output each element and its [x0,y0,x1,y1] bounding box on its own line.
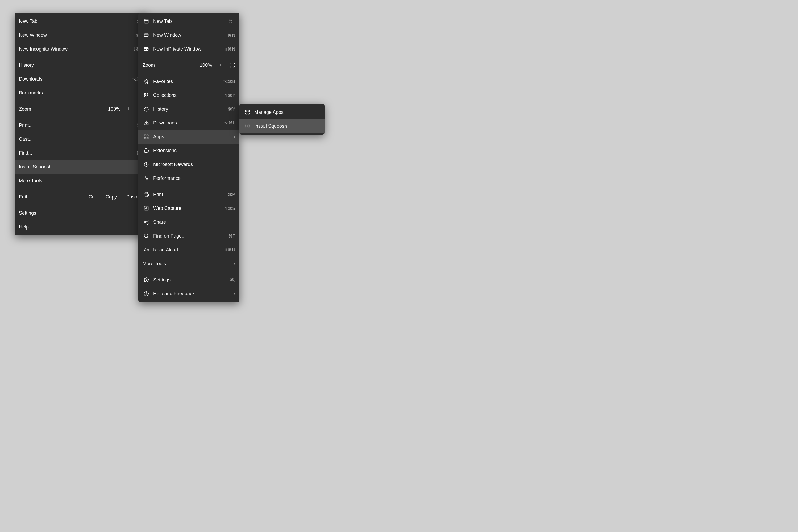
zoom-decrease-button[interactable]: − [96,104,104,114]
performance-icon [142,175,150,181]
svg-rect-10 [145,96,146,97]
edge-settings[interactable]: Settings ⌘, [138,273,240,287]
chrome-copy-button[interactable]: Copy [101,193,121,201]
edge-zoom-row: Zoom − 100% + ⛶ [138,58,240,72]
chrome-print[interactable]: Print... ⌘P [15,118,148,132]
separator-2 [15,101,148,101]
edge-collections[interactable]: Collections ⇧⌘Y [138,88,240,102]
edge-sep-1 [138,57,240,57]
edge-apps[interactable]: Apps › [138,130,240,144]
svg-rect-34 [248,113,249,114]
chrome-zoom-row: Zoom − 100% + ⛶ [15,102,148,116]
new-tab-icon [142,19,150,24]
svg-line-27 [147,237,148,238]
chrome-install-squoosh[interactable]: Install Squoosh... [15,160,148,174]
find-icon [142,233,150,239]
edge-find-on-page[interactable]: Find on Page... ⌘F [138,229,240,243]
edge-help-feedback[interactable]: Help and Feedback › [138,287,240,301]
manage-apps-item[interactable]: Manage Apps [240,105,324,119]
edge-downloads[interactable]: Downloads ⌥⌘L [138,116,240,130]
separator-3 [15,117,148,117]
svg-rect-8 [145,93,146,95]
chrome-help[interactable]: Help › [15,220,148,234]
install-squoosh-label: Install Squoosh [254,124,287,129]
edge-context-menu: New Tab ⌘T New Window ⌘N New InPrivate W… [138,13,240,302]
edge-favorites[interactable]: Favorites ⌥⌘B [138,75,240,88]
apps-submenu: Manage Apps Install Squoosh [240,104,324,135]
edge-zoom-increase-button[interactable]: + [216,61,224,70]
edge-more-tools[interactable]: More Tools › [138,257,240,270]
chrome-cast[interactable]: Cast... [15,132,148,146]
edge-zoom-value: 100% [199,62,212,68]
svg-line-24 [146,222,147,223]
help-icon [142,291,150,296]
chrome-new-tab[interactable]: New Tab ⌘T [15,14,148,28]
chrome-settings[interactable]: Settings ⌘, [15,206,148,220]
collections-icon [142,93,150,98]
print-icon [142,192,150,197]
svg-rect-16 [147,137,148,139]
svg-point-28 [146,279,147,281]
separator-1 [15,57,148,57]
chrome-new-incognito[interactable]: New Incognito Window ⇧⌘N [15,42,148,56]
edge-web-capture[interactable]: Web Capture ⇧⌘S [138,201,240,215]
svg-rect-14 [147,135,148,136]
svg-marker-7 [144,79,149,83]
edge-microsoft-rewards[interactable]: Microsoft Rewards [138,157,240,171]
svg-rect-13 [145,135,146,136]
inprivate-icon [142,46,150,52]
zoom-increase-button[interactable]: + [125,104,132,114]
edge-new-tab[interactable]: New Tab ⌘T [138,14,240,28]
new-window-icon [142,33,150,38]
svg-rect-31 [246,110,247,112]
chrome-find[interactable]: Find... ⌘F [15,146,148,160]
extensions-icon [142,148,150,153]
favorites-icon [142,79,150,84]
zoom-controls: − 100% + ⛶ [96,104,144,114]
chrome-edit-row: Edit Cut Copy Paste [15,190,148,204]
apps-icon [142,134,150,139]
manage-apps-icon [244,110,251,115]
install-squoosh-item[interactable]: Install Squoosh [240,119,324,133]
chrome-history[interactable]: History › [15,58,148,72]
separator-4 [15,189,148,189]
svg-rect-15 [145,137,146,139]
svg-rect-33 [246,113,247,114]
svg-rect-32 [248,110,249,112]
history-icon [142,107,150,112]
edge-zoom-decrease-button[interactable]: − [188,61,195,70]
edge-zoom-controls: − 100% + ⛶ [188,61,235,70]
chrome-more-tools[interactable]: More Tools › [15,174,148,188]
chrome-new-window[interactable]: New Window ⌘N [15,28,148,42]
downloads-icon [142,120,150,126]
edge-sep-4 [138,271,240,272]
chrome-bookmarks[interactable]: Bookmarks › [15,86,148,100]
edge-share[interactable]: Share [138,215,240,229]
rewards-icon [142,162,150,167]
webcapture-icon [142,206,150,211]
svg-rect-18 [145,195,148,197]
share-icon [142,220,150,225]
edge-extensions[interactable]: Extensions [138,144,240,157]
edge-print[interactable]: Print... ⌘P [138,188,240,201]
edge-new-window[interactable]: New Window ⌘N [138,28,240,42]
settings-icon [142,277,150,283]
svg-rect-0 [145,19,148,23]
chrome-cut-button[interactable]: Cut [84,193,101,201]
manage-apps-label: Manage Apps [254,110,284,115]
svg-rect-9 [147,93,148,95]
zoom-value: 100% [108,107,121,112]
svg-rect-3 [145,34,148,37]
readaloud-icon [142,247,150,252]
svg-line-25 [146,221,147,222]
edge-read-aloud[interactable]: Read Aloud ⇧⌘U [138,243,240,257]
svg-point-29 [144,291,149,296]
edge-history[interactable]: History ⌘Y [138,102,240,116]
svg-rect-11 [147,96,148,97]
chrome-context-menu: New Tab ⌘T New Window ⌘N New Incognito W… [15,13,148,235]
edge-sep-3 [138,186,240,187]
edge-performance[interactable]: Performance [138,171,240,185]
edge-new-inprivate[interactable]: New InPrivate Window ⇧⌘N [138,42,240,56]
edge-zoom-fullscreen-icon[interactable]: ⛶ [230,62,235,68]
chrome-downloads[interactable]: Downloads ⌥⌘L [15,72,148,86]
